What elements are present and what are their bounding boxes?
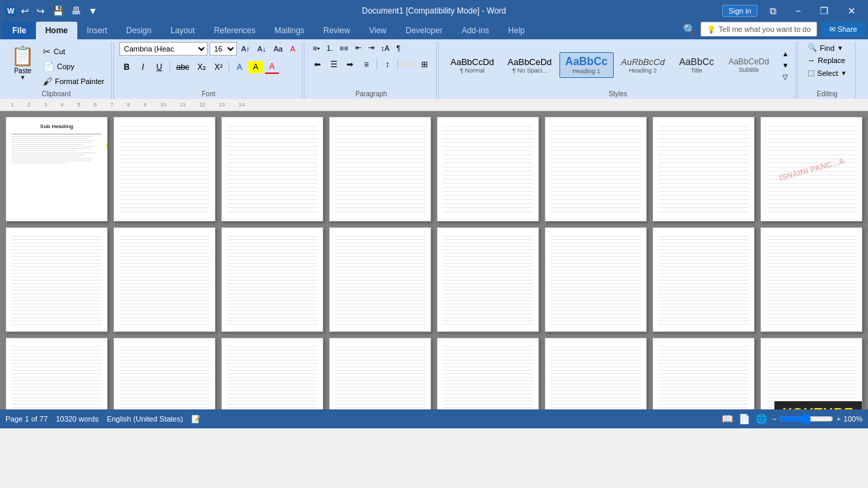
- select-arrow[interactable]: ▼: [841, 70, 847, 77]
- doc-page-24[interactable]: YOUTUBE Isnaini Pangtima: [760, 338, 863, 409]
- doc-page-7[interactable]: [652, 117, 755, 222]
- font-size-select[interactable]: 16: [210, 42, 237, 56]
- zoom-slider[interactable]: − + 100%: [772, 413, 863, 424]
- highlight-button[interactable]: A: [248, 61, 263, 73]
- numbering-button[interactable]: 1.: [324, 43, 336, 54]
- zoom-in-icon[interactable]: +: [836, 415, 840, 423]
- select-button[interactable]: ⬚ Select ▼: [804, 67, 851, 79]
- zoom-range-input[interactable]: [779, 413, 833, 424]
- paste-button[interactable]: 📋 Paste ▼: [5, 42, 40, 83]
- increase-indent-button[interactable]: ⇥: [366, 42, 377, 54]
- align-center-button[interactable]: ☰: [326, 58, 341, 71]
- line-spacing-button[interactable]: ↕: [380, 58, 395, 71]
- show-hide-button[interactable]: ¶: [393, 43, 403, 54]
- search-icon[interactable]: 🔍: [683, 23, 696, 36]
- underline-button[interactable]: U: [152, 60, 167, 74]
- font-family-select[interactable]: Cambria (Heac: [119, 42, 208, 56]
- doc-page-22[interactable]: [545, 338, 647, 409]
- doc-page-16[interactable]: [760, 227, 863, 332]
- align-right-button[interactable]: ➡: [342, 58, 357, 71]
- doc-page-6[interactable]: [545, 117, 647, 222]
- tab-developer[interactable]: Developer: [396, 22, 452, 39]
- format-painter-button[interactable]: 🖌 Format Painter: [40, 75, 107, 88]
- print-button[interactable]: 🖶: [68, 4, 83, 18]
- language-indicator[interactable]: English (United States): [106, 415, 183, 423]
- redo-button[interactable]: ↪: [34, 4, 47, 18]
- doc-page-10[interactable]: [113, 227, 216, 332]
- style-heading2[interactable]: AuRbBcCd Heading 2: [615, 54, 671, 77]
- tab-mailings[interactable]: Mailings: [265, 22, 314, 39]
- undo-button[interactable]: ↩: [18, 4, 32, 18]
- style-heading1[interactable]: AaBbCc Heading 1: [559, 52, 614, 78]
- cut-button[interactable]: ✂ Cut: [40, 45, 107, 58]
- doc-page-13[interactable]: [437, 227, 539, 332]
- decrease-font-button[interactable]: A↓: [255, 43, 269, 54]
- styles-down-arrow[interactable]: ▼: [779, 60, 791, 70]
- font-color-button[interactable]: A: [264, 60, 279, 74]
- align-left-button[interactable]: ⬅: [310, 58, 325, 71]
- tab-view[interactable]: View: [359, 22, 396, 39]
- style-title[interactable]: AaBbCc Title: [672, 53, 721, 77]
- sort-button[interactable]: ↕A: [378, 43, 393, 54]
- tab-references[interactable]: References: [204, 22, 264, 39]
- save-button[interactable]: 💾: [50, 4, 66, 18]
- decrease-indent-button[interactable]: ⇤: [353, 42, 364, 54]
- bold-button[interactable]: B: [119, 60, 134, 74]
- doc-page-5[interactable]: [437, 117, 539, 222]
- doc-page-12[interactable]: [329, 227, 431, 332]
- change-case-button[interactable]: Aa: [271, 43, 285, 54]
- doc-page-17[interactable]: [5, 338, 108, 409]
- restore-down-button[interactable]: ⧉: [763, 3, 783, 20]
- tab-design[interactable]: Design: [117, 22, 161, 39]
- bullets-button[interactable]: ≡•: [310, 43, 322, 54]
- doc-page-9[interactable]: [5, 227, 108, 332]
- multilevel-button[interactable]: ≡≡: [337, 43, 351, 54]
- styles-up-arrow[interactable]: ▲: [779, 49, 791, 59]
- web-layout-icon[interactable]: 🌐: [755, 413, 767, 424]
- doc-page-14[interactable]: [545, 227, 647, 332]
- doc-page-21[interactable]: [437, 338, 539, 409]
- replace-button[interactable]: ↔ Replace: [804, 55, 851, 66]
- doc-page-1[interactable]: ✎ Sub Heading: [5, 117, 108, 222]
- tab-layout[interactable]: Layout: [161, 22, 204, 39]
- print-layout-icon[interactable]: 📄: [738, 413, 750, 424]
- share-button[interactable]: ✉ Share: [821, 22, 865, 37]
- tab-home[interactable]: Home: [36, 22, 77, 39]
- close-button[interactable]: ✕: [841, 3, 863, 19]
- doc-page-19[interactable]: [221, 338, 323, 409]
- shading-button[interactable]: [401, 62, 416, 66]
- doc-page-2[interactable]: [113, 117, 216, 222]
- tab-insert[interactable]: Insert: [77, 22, 117, 39]
- justify-button[interactable]: ≡: [359, 58, 374, 71]
- style-normal[interactable]: AaBbCcDd ¶ Normal: [444, 54, 500, 77]
- doc-page-11[interactable]: [221, 227, 323, 332]
- zoom-out-icon[interactable]: −: [772, 415, 776, 423]
- doc-page-3[interactable]: [221, 117, 323, 222]
- tell-me-bar[interactable]: 💡 Tell me what you want to do: [701, 22, 817, 37]
- read-mode-icon[interactable]: 📖: [722, 413, 733, 424]
- doc-page-15[interactable]: [652, 227, 755, 332]
- superscript-button[interactable]: X²: [211, 60, 226, 74]
- style-subtitle[interactable]: AaBbCeDd Subtitle: [722, 54, 775, 77]
- tab-addins[interactable]: Add-ins: [452, 22, 499, 39]
- find-button[interactable]: 🔍 Find ▼: [804, 42, 851, 54]
- tab-file[interactable]: File: [3, 22, 36, 39]
- find-arrow[interactable]: ▼: [837, 45, 844, 52]
- styles-expand-button[interactable]: ▽: [779, 72, 791, 82]
- qs-more-button[interactable]: ▼: [85, 4, 100, 18]
- doc-page-8[interactable]: ISNAINI PANC...A: [760, 117, 863, 222]
- text-effect-button[interactable]: A: [232, 60, 247, 74]
- minimize-button[interactable]: −: [789, 3, 808, 19]
- copy-button[interactable]: 📄 Copy: [40, 60, 107, 73]
- italic-button[interactable]: I: [136, 60, 151, 74]
- clear-format-button[interactable]: A: [288, 43, 298, 54]
- signin-button[interactable]: Sign in: [722, 5, 757, 17]
- increase-font-button[interactable]: A↑: [239, 43, 253, 54]
- tab-review[interactable]: Review: [314, 22, 359, 39]
- doc-page-23[interactable]: [652, 338, 755, 409]
- doc-page-20[interactable]: [329, 338, 431, 409]
- style-no-spacing[interactable]: AaBbCeDd ¶ No Spaci...: [502, 54, 558, 77]
- subscript-button[interactable]: X₂: [194, 60, 210, 74]
- border-button[interactable]: ⊞: [417, 58, 432, 71]
- strikethrough-button[interactable]: abc: [173, 60, 193, 74]
